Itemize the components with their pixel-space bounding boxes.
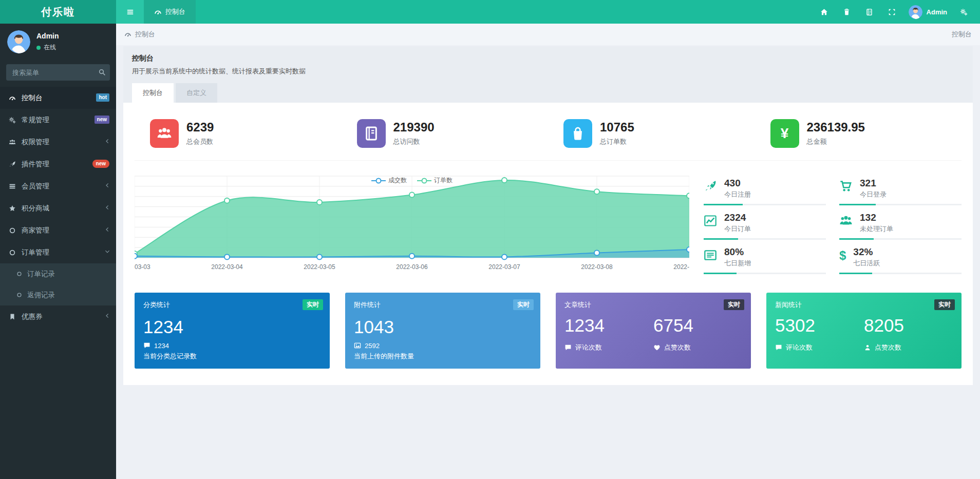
navbar-spacer — [196, 0, 813, 24]
stat-total-visits: 219390总访问数 — [342, 117, 549, 161]
user-menu[interactable]: Admin — [903, 0, 952, 24]
users-icon — [839, 214, 853, 229]
settings-button[interactable] — [952, 0, 975, 24]
orders-chart: 成交数订单数 2022-03-032022-03-042022-03-05202… — [135, 174, 689, 277]
tab-dashboard[interactable]: 控制台 — [132, 83, 174, 103]
quick-stat-pending-orders: 132未处理订单 — [839, 208, 962, 243]
home-icon — [820, 8, 828, 16]
hamburger-icon — [126, 8, 134, 16]
navbar-tab-dashboard[interactable]: 控制台 — [144, 0, 196, 24]
chart-line-icon — [704, 214, 717, 229]
sidebar-user-panel: Admin 在线 — [0, 24, 116, 60]
online-dot — [36, 46, 41, 50]
panel-header: 控制台 用于展示当前系统中的统计数据、统计报表及重要实时数据 控制台 自定义 — [123, 46, 973, 103]
modules-button[interactable] — [858, 0, 881, 24]
legend-marker-icon — [417, 178, 431, 184]
sidebar-item-order-records[interactable]: 订单记录 — [0, 263, 116, 284]
home-button[interactable] — [813, 0, 836, 24]
chevron-left-icon — [104, 226, 110, 234]
hot-badge: hot — [96, 93, 109, 102]
users-icon — [150, 119, 179, 148]
category-stats-card: 分类统计 实时 1234 1234 当前分类总记录数 — [135, 293, 330, 369]
chevron-left-icon — [104, 313, 110, 320]
x-axis-tick-label: 2022-03-07 — [488, 263, 520, 271]
fullscreen-icon — [888, 8, 896, 16]
main-content: 控制台 控制台 控制台 用于展示当前系统中的统计数据、统计报表及重要实时数据 控… — [116, 0, 980, 385]
clear-cache-button[interactable] — [836, 0, 858, 24]
sidebar-item-orders[interactable]: 订单管理 — [0, 241, 116, 263]
x-axis-tick-label: 2022-03-05 — [304, 263, 335, 271]
stat-total-amount: ¥ 236139.95总金额 — [755, 117, 962, 161]
sidebar-toggle-button[interactable] — [116, 0, 144, 24]
search-button[interactable] — [98, 68, 106, 78]
sidebar-user-status: 在线 — [36, 43, 59, 52]
x-axis-tick-label: 2022-03-03 — [135, 263, 150, 271]
sidebar-menu-tail: 优惠券 — [0, 305, 116, 328]
x-axis-tick-label: 2022-03-06 — [396, 263, 427, 271]
sidebar-item-merchants[interactable]: 商家管理 — [0, 219, 116, 241]
sidebar-item-auth[interactable]: 权限管理 — [0, 131, 116, 153]
app-logo[interactable]: 付乐啦 — [0, 0, 116, 24]
attachment-stats-card: 附件统计 实时 1043 2592 当前上传的附件数量 — [345, 293, 540, 369]
top-navbar: 付乐啦 控制台 Admin — [0, 0, 980, 24]
heart-icon — [653, 344, 661, 351]
progress-bar — [704, 238, 826, 240]
article-stats-card: 文章统计 实时 1234 评论次数 6754 点赞次数 — [556, 293, 751, 369]
users-icon — [9, 139, 16, 146]
comment-icon — [564, 344, 572, 351]
stat-cards-row: 6239总会员数 219390总访问数 10765总订单数 ¥ 236139.9… — [135, 117, 962, 161]
search-input[interactable] — [6, 64, 110, 81]
progress-bar — [839, 238, 962, 240]
chart-legend-item[interactable]: 成交数 — [371, 176, 407, 185]
chevron-left-icon — [104, 182, 110, 190]
cogs-icon — [9, 117, 16, 124]
dollar-icon: $ — [839, 248, 846, 263]
sidebar-item-coupons[interactable]: 优惠券 — [0, 305, 116, 328]
quick-stats-grid: 430今日注册 321今日登录 2324今日订单 — [704, 174, 962, 277]
gauge-icon — [9, 94, 16, 102]
page-subtitle: 用于展示当前系统中的统计数据、统计报表及重要实时数据 — [132, 67, 964, 76]
sidebar-search — [6, 64, 110, 81]
progress-bar — [704, 273, 826, 274]
stat-total-members: 6239总会员数 — [135, 117, 342, 161]
x-axis-tick-label: 2022-03-09 — [673, 263, 689, 271]
quick-stat-registrations: 430今日注册 — [704, 174, 826, 208]
image-icon — [354, 342, 361, 349]
quick-stat-today-orders: 2324今日订单 — [704, 208, 826, 243]
area-chart — [135, 174, 689, 260]
person-icon — [864, 344, 871, 351]
dashboard-panel: 控制台 用于展示当前系统中的统计数据、统计报表及重要实时数据 控制台 自定义 6… — [123, 46, 973, 385]
star-icon — [9, 205, 16, 212]
sidebar-item-members[interactable]: 会员管理 — [0, 175, 116, 197]
bag-icon — [563, 119, 592, 148]
rocket-icon — [9, 161, 16, 168]
quick-stat-week-active: $ 32%七日活跃 — [839, 243, 962, 277]
orders-submenu: 订单记录 返佣记录 — [0, 263, 116, 305]
sidebar-item-addon[interactable]: 插件管理 new — [0, 153, 116, 175]
chevron-left-icon — [104, 204, 110, 212]
chart-section: 成交数订单数 2022-03-032022-03-042022-03-05202… — [135, 174, 962, 277]
tab-custom[interactable]: 自定义 — [176, 83, 217, 103]
table-icon — [9, 183, 16, 190]
sidebar-item-rebate-records[interactable]: 返佣记录 — [0, 284, 116, 305]
panel-body: 6239总会员数 219390总访问数 10765总订单数 ¥ 236139.9… — [123, 103, 973, 385]
news-stats-card: 新闻统计 实时 5302 评论次数 8205 点赞次数 — [766, 293, 962, 369]
comment-icon — [143, 342, 150, 349]
realtime-badge: 实时 — [303, 299, 323, 310]
breadcrumb-dashboard-link[interactable]: 控制台 — [124, 30, 155, 39]
yen-icon: ¥ — [770, 119, 799, 148]
sidebar-item-dashboard[interactable]: 控制台 hot — [0, 87, 116, 109]
sidebar-item-points-mall[interactable]: 积分商城 — [0, 197, 116, 219]
x-axis-tick-label: 2022-03-08 — [581, 263, 612, 271]
avatar — [7, 30, 30, 53]
progress-bar — [839, 273, 962, 274]
breadcrumb-current: 控制台 — [952, 30, 972, 39]
navbar-tab-label: 控制台 — [165, 7, 185, 16]
sidebar-item-general[interactable]: 常规管理 new — [0, 109, 116, 131]
circle-icon — [16, 292, 22, 298]
chart-legend-item[interactable]: 订单数 — [417, 176, 453, 185]
realtime-badge: 实时 — [513, 299, 534, 310]
breadcrumb: 控制台 控制台 — [116, 24, 980, 45]
summary-cards-row: 分类统计 实时 1234 1234 当前分类总记录数 附件统计 实时 1043 … — [135, 293, 962, 369]
fullscreen-button[interactable] — [881, 0, 903, 24]
